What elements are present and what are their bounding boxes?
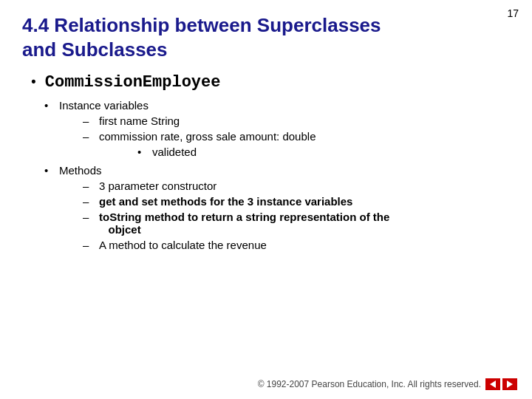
footer: © 1992-2007 Pearson Education, Inc. All … xyxy=(258,378,517,390)
method-2: get and set methods for the 3 instance v… xyxy=(99,195,352,208)
instance-variables-label: Instance variables xyxy=(59,99,149,112)
footer-text: © 1992-2007 Pearson Education, Inc. All … xyxy=(258,379,481,389)
instance-variables-header: • Instance variables xyxy=(44,99,510,112)
validated-item: • valideted xyxy=(137,146,510,158)
validated-label: valideted xyxy=(152,146,197,158)
method-1: 3 parameter constructor xyxy=(99,180,216,192)
slide-title: 4.4 Relationship between Superclasses an… xyxy=(22,13,510,61)
nav-buttons[interactable] xyxy=(485,378,517,390)
main-class-bullet: • CommissionEmployee xyxy=(30,73,510,92)
methods-section: • Methods – 3 parameter constructor – ge… xyxy=(44,164,510,251)
slide-container: 17 4.4 Relationship between Superclasses… xyxy=(0,0,532,399)
method-3-item: – toString method to return a string rep… xyxy=(83,211,510,236)
methods-label: Methods xyxy=(59,164,102,177)
method-4-item: – A method to calculate the revenue xyxy=(83,239,510,251)
method-2-item: – get and set methods for the 3 instance… xyxy=(83,195,510,208)
dash-m2: – xyxy=(83,195,95,208)
instance-var-1: first name String xyxy=(99,115,180,127)
next-button[interactable] xyxy=(502,378,517,390)
method-1-item: – 3 parameter constructor xyxy=(83,180,510,192)
instance-var-2: commission rate, gross sale amount: doub… xyxy=(99,130,316,143)
level3-bullet: • xyxy=(137,146,148,158)
slide-number: 17 xyxy=(507,7,519,19)
dash-m1: – xyxy=(83,180,95,192)
validated-section: • valideted xyxy=(137,146,510,158)
level1-bullet: • xyxy=(44,99,55,112)
instance-var-list: – first name String – commission rate, g… xyxy=(83,115,510,158)
main-bullet-dot: • xyxy=(30,75,38,90)
instance-var-1-item: – first name String xyxy=(83,115,510,127)
level1-bullet-methods: • xyxy=(44,164,55,177)
method-4: A method to calculate the revenue xyxy=(99,239,267,251)
methods-header: • Methods xyxy=(44,164,510,177)
method-3: toString method to return a string repre… xyxy=(99,211,389,236)
main-class-label: CommissionEmployee xyxy=(45,73,221,92)
dash-m4: – xyxy=(83,239,95,251)
methods-list: – 3 parameter constructor – get and set … xyxy=(83,180,510,251)
instance-var-2-item: – commission rate, gross sale amount: do… xyxy=(83,130,510,143)
instance-variables-section: • Instance variables – first name String… xyxy=(44,99,510,158)
dash-2: – xyxy=(83,130,95,143)
dash-m3: – xyxy=(83,211,95,223)
dash-1: – xyxy=(83,115,95,127)
prev-button[interactable] xyxy=(485,378,500,390)
